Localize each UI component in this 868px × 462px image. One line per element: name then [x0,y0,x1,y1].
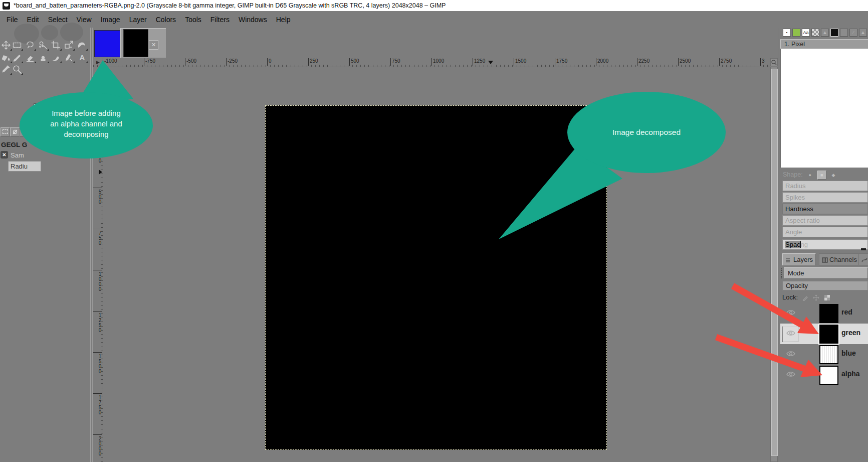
image-tab-thumbnail-blue[interactable] [94,30,120,57]
crop-tool-icon[interactable] [51,40,62,51]
menu-tools[interactable]: Tools [180,14,206,26]
clear-button[interactable]: ✕ [1,151,8,159]
menu-file[interactable]: File [2,14,23,26]
brushes-dialog-tab-icon[interactable]: • [783,29,791,37]
layer-thumbnail[interactable] [819,366,838,385]
pointer-position-marker [99,170,102,175]
menu-filters[interactable]: Filters [206,14,234,26]
h-ruler-label: -1000 [103,58,117,66]
color-picker-tool-icon[interactable] [1,64,12,75]
rectangle-select-tool-icon[interactable] [12,40,23,51]
layer-row-blue[interactable]: blue [780,344,868,365]
gegl-operation-label: GEGL G [1,141,27,148]
menu-colors[interactable]: Colors [151,14,180,26]
vertical-scrollbar-thumb[interactable] [771,69,778,456]
foreground-color-swatch[interactable] [34,104,48,117]
bucket-fill-tool-icon[interactable] [1,53,12,63]
tab-paths[interactable]: Pat [858,253,868,265]
patterns-dialog-tab-icon[interactable] [811,29,819,37]
image-tab-thumbnail-black[interactable] [123,29,148,57]
layer-thumbnail[interactable] [819,345,838,364]
menu-image[interactable]: Image [96,14,125,26]
dialog-tab-icon[interactable]: ▲ [859,29,867,37]
text-tool-icon[interactable]: A [77,53,88,63]
window-title: *board_and_batten_parameters-RGBA.png-2.… [14,2,446,9]
dock-menu-button[interactable] [861,248,866,250]
layer-row-alpha[interactable]: alpha [780,365,868,385]
h-ruler-label: 2000 [596,58,608,66]
zoom-tool-icon[interactable] [12,64,23,75]
spacing-slider[interactable]: Spacng [782,239,868,250]
unified-transform-tool-icon[interactable] [64,40,75,51]
layer-name[interactable]: alpha [841,370,860,378]
layer-opacity-slider[interactable]: Opacity [782,281,868,290]
warp-transform-tool-icon[interactable] [77,40,88,51]
layer-name[interactable]: red [841,308,852,316]
panel-divider [92,28,93,462]
free-select-tool-icon[interactable] [25,40,36,51]
spikes-slider[interactable]: Spikes [782,192,868,203]
menu-layer[interactable]: Layer [125,14,151,26]
move-tool-icon[interactable] [1,40,12,51]
sample-merged-label: Sam [11,151,24,159]
wilber-watermark [60,23,83,42]
h-ruler-label: 3 [760,58,765,66]
fuzzy-select-tool-icon[interactable] [38,40,49,51]
aspect-ratio-slider[interactable]: Aspect ratio [782,215,868,226]
visibility-eye-icon[interactable] [786,350,796,359]
visibility-eye-icon[interactable] [786,330,796,339]
tab-channels[interactable]: Channels [819,253,860,265]
lock-position-icon[interactable] [813,294,819,301]
h-ruler-label: 2500 [678,58,691,66]
paintbrush-tool-icon[interactable] [12,53,23,63]
horizontal-ruler[interactable]: -1000 -750 -500 -250 0 250 500 750 1000 … [93,58,770,67]
tab-layers[interactable]: Layers [782,253,816,265]
lock-pixels-icon[interactable] [802,294,809,301]
swap-colors-icon[interactable]: ⇄ [46,101,55,110]
visibility-eye-icon[interactable] [786,309,796,318]
tool-options-tab-icon[interactable] [1,127,10,136]
eraser-tool-icon[interactable] [25,53,36,63]
layer-mode-dropdown[interactable]: Mode [784,267,868,279]
ink-tool-icon[interactable] [64,53,75,63]
clone-tool-icon[interactable] [38,53,49,63]
menu-windows[interactable]: Windows [234,14,272,26]
image-canvas[interactable] [265,105,607,450]
title-bar: *board_and_batten_parameters-RGBA.png-2.… [0,0,868,11]
hardness-slider[interactable]: Hardness [782,204,868,214]
wilber-watermark [41,25,58,40]
smudge-tool-icon[interactable] [51,53,62,63]
shape-circle-button[interactable]: ● [806,171,814,179]
vertical-scrollbar[interactable] [770,67,778,462]
shape-diamond-button[interactable]: ◆ [829,171,837,179]
bubble-text: Image decomposed [612,128,681,136]
radius-slider[interactable]: Radiu [8,161,41,172]
layer-row-red[interactable]: red [780,303,868,324]
radius-slider[interactable]: Radius [782,181,868,191]
lock-label: Lock: [782,293,798,301]
zoom-fit-corner-icon[interactable] [770,58,778,66]
vertical-ruler[interactable]: 0 250 500 750 1000 1250 1500 1750 2000 [93,67,103,462]
v-ruler-label: 2000 [93,434,102,456]
device-status-tab-icon[interactable] [10,127,20,136]
default-colors-icon[interactable] [34,116,39,122]
layer-thumbnail[interactable] [819,325,838,344]
layer-row-green[interactable]: green [780,324,868,344]
angle-slider[interactable]: Angle [782,227,868,237]
lock-alpha-icon[interactable] [824,294,830,301]
layer-thumbnail[interactable] [819,304,838,323]
shape-square-button[interactable]: ■ [817,171,826,180]
layer-name[interactable]: green [841,329,860,337]
dialog-tab-icon[interactable]: ⁄ [849,29,857,37]
v-ruler-label: 0 [93,105,102,112]
close-image-tab-icon[interactable]: ✕ [149,40,158,50]
undo-history-tab-icon[interactable]: ↶ [20,127,29,136]
palettes-dialog-tab-icon[interactable] [792,29,800,37]
visibility-eye-icon[interactable] [786,371,796,380]
layer-name[interactable]: blue [841,349,856,357]
brush-editor-tab-icon[interactable] [830,29,838,37]
gradients-dialog-tab-icon[interactable]: ▲ [821,29,829,37]
fonts-dialog-tab-icon[interactable]: Aa [802,29,810,37]
menu-help[interactable]: Help [272,14,295,26]
dialog-tab-icon[interactable] [840,29,848,37]
